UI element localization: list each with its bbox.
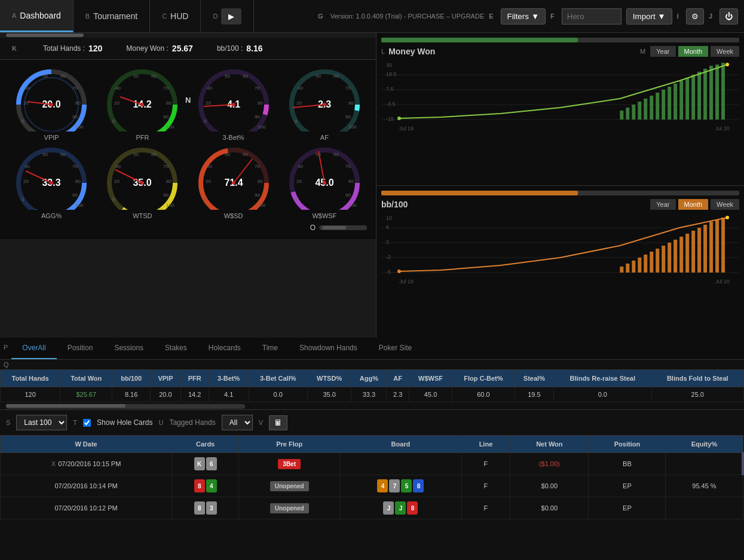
- lower-area: P OverAll Position Sessions Stakes Holec…: [0, 338, 744, 560]
- svg-rect-150: [632, 261, 635, 273]
- all-select[interactable]: All: [222, 415, 253, 430]
- th-position: Position: [589, 436, 666, 453]
- td-3bet: 4.1: [209, 387, 249, 402]
- t-label: T: [73, 419, 77, 426]
- total-hands-value: 120: [88, 44, 102, 53]
- svg-rect-131: [703, 69, 707, 120]
- total-hands-label: Total Hands :: [43, 44, 85, 53]
- board-card: 4: [377, 479, 388, 492]
- th-preflop: Pre Flop: [239, 436, 340, 453]
- card: 6: [206, 457, 217, 470]
- svg-text:60: 60: [333, 74, 339, 79]
- th-blinds-fold: Blinds Fold to Steal: [651, 370, 743, 387]
- money-won-month-tab[interactable]: Month: [678, 46, 709, 57]
- money-won-year-tab[interactable]: Year: [650, 46, 675, 57]
- th-blinds-reraise: Blinds Re-raise Steal: [554, 370, 651, 387]
- total-hands-stat: Total Hands : 120: [43, 44, 102, 53]
- last-100-select[interactable]: Last 100: [16, 415, 67, 430]
- svg-rect-164: [715, 220, 719, 273]
- money-won-stat: Money Won : 25.67: [126, 44, 193, 53]
- svg-text:90: 90: [163, 114, 169, 120]
- svg-text:0: 0: [22, 118, 25, 124]
- svg-point-136: [725, 63, 729, 66]
- play-button[interactable]: ▶: [221, 8, 241, 25]
- th-total-won: Total Won: [60, 370, 112, 387]
- tab-stakes[interactable]: Stakes: [154, 338, 198, 359]
- tab-time[interactable]: Time: [252, 338, 289, 359]
- bb100-year-tab[interactable]: Year: [650, 199, 675, 210]
- calculator-button[interactable]: 🖩: [269, 415, 287, 430]
- svg-text:60: 60: [151, 74, 157, 79]
- tab-hud[interactable]: C HUD: [150, 0, 201, 32]
- money-won-week-tab[interactable]: Week: [711, 46, 739, 57]
- filters-button[interactable]: Filters ▼: [501, 8, 546, 25]
- svg-text:80: 80: [258, 100, 263, 106]
- svg-rect-117: [620, 111, 623, 120]
- svg-text:70: 70: [255, 164, 260, 169]
- bb100-header: bb/100 Year Month Week: [381, 199, 739, 210]
- threebet-gauge: 4.1 0 20 40 50 60 70 80 90 100 3: [195, 66, 273, 141]
- table-header-row: Total Hands Total Won bb/100 VPIP PFR 3-…: [1, 370, 744, 387]
- bb100-value: 8.16: [246, 44, 262, 53]
- bottom-scrollbar[interactable]: [319, 225, 367, 230]
- top-scrollbar[interactable]: [0, 33, 376, 38]
- svg-rect-161: [697, 228, 701, 273]
- show-hole-cards-checkbox[interactable]: [83, 419, 91, 427]
- card: K: [194, 457, 205, 470]
- bb100-stat: bb/100 : 8.16: [217, 44, 263, 53]
- hand-date: 07/20/2016 10:14 PM: [1, 475, 172, 497]
- th-flop-cbet: Flop C-Bet%: [452, 370, 515, 387]
- td-3bet-call: 0.0: [249, 387, 307, 402]
- p-label: P: [0, 338, 11, 359]
- power-button[interactable]: ⏻: [719, 8, 738, 25]
- svg-rect-125: [668, 87, 671, 120]
- gauges-row-1: 20.0 0 20 40 50 60 70 80 90 100: [6, 66, 370, 141]
- svg-rect-133: [715, 65, 719, 120]
- bb100-week-tab[interactable]: Week: [711, 199, 739, 210]
- svg-text:40: 40: [115, 164, 121, 169]
- vpip-label: VPIP: [44, 134, 59, 141]
- tab-sessions[interactable]: Sessions: [103, 338, 154, 359]
- e-label: E: [489, 13, 493, 20]
- svg-text:20: 20: [206, 179, 211, 184]
- wsd-gauge: 71.4 0 20 40 50 60 70 80 90 100: [195, 144, 273, 219]
- table-scrollbar[interactable]: [0, 402, 744, 409]
- tab-dashboard[interactable]: A Dashboard: [0, 0, 74, 32]
- svg-text:60: 60: [151, 152, 157, 157]
- td-af: 2.3: [387, 387, 409, 402]
- import-button[interactable]: Import ▼: [626, 8, 672, 25]
- gauges-row-2: 33.3 0 20 40 50 60 70 80 90 100: [6, 144, 370, 219]
- hero-input[interactable]: [562, 8, 621, 25]
- wwsf-gauge-svg: 45.0 0 20 40 50 60 70 80 90 100: [286, 144, 363, 210]
- th-cards: Cards: [172, 436, 239, 453]
- svg-text:90: 90: [345, 192, 351, 198]
- svg-text:-3.5: -3.5: [386, 101, 395, 107]
- svg-text:0: 0: [295, 197, 298, 202]
- svg-rect-124: [662, 90, 665, 120]
- svg-text:60: 60: [243, 152, 248, 157]
- tab-pokersite[interactable]: Poker Site: [368, 338, 422, 359]
- settings-button[interactable]: ⚙: [686, 8, 704, 25]
- td-wtsd: 35.0: [307, 387, 351, 402]
- svg-line-69: [26, 171, 51, 183]
- tab-holecards[interactable]: Holecards: [198, 338, 252, 359]
- tab-tournament[interactable]: B Tournament: [74, 0, 150, 32]
- hand-date: X07/20/2016 10:15 PM: [1, 453, 172, 475]
- list-item: X07/20/2016 10:15 PMK63BetF($1.00)BB: [1, 453, 743, 475]
- svg-text:40: 40: [298, 164, 303, 169]
- hand-board: JJ8: [340, 497, 462, 519]
- th-3bet: 3-Bet%: [209, 370, 249, 387]
- tab-play[interactable]: D ▶: [201, 0, 254, 32]
- bb100-month-tab[interactable]: Month: [678, 199, 709, 210]
- tab-showdown[interactable]: Showdown Hands: [289, 338, 368, 359]
- tab-position[interactable]: Position: [57, 338, 104, 359]
- svg-text:80: 80: [166, 179, 172, 184]
- agg-label: AGG%: [41, 212, 62, 219]
- money-won-header: L Money Won M Year Month Week: [381, 46, 739, 57]
- wwsf-gauge: 45.0 0 20 40 50 60 70 80 90 100: [286, 144, 363, 219]
- action-badge: Unopened: [270, 481, 309, 491]
- wwsf-label: W$WSF: [312, 212, 336, 219]
- tab-overall[interactable]: OverAll: [11, 338, 56, 359]
- svg-text:80: 80: [75, 100, 81, 106]
- power-icon: ⏻: [725, 12, 733, 21]
